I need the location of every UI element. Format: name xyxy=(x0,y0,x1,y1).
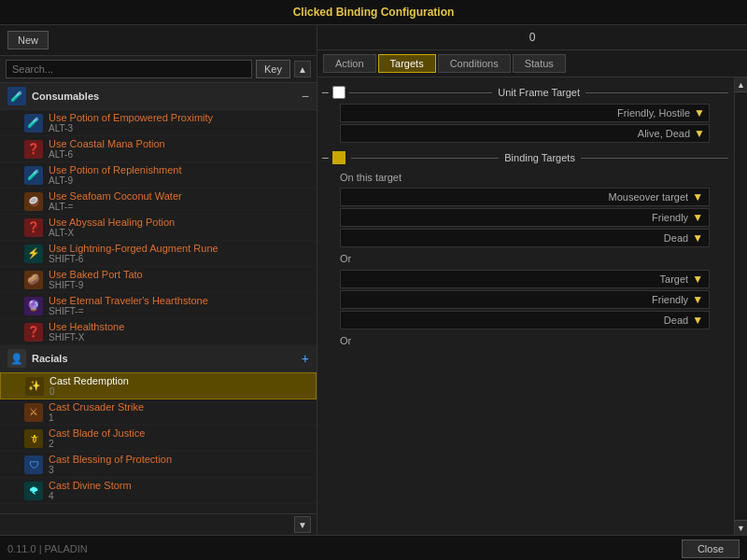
list-item[interactable]: 🥔 Use Baked Port Tato SHIFT-9 xyxy=(0,267,317,293)
list-item[interactable]: ❓ Use Abyssal Healing Potion ALT-X xyxy=(0,215,317,241)
friendly-dropdown-1[interactable]: Friendly ▼ xyxy=(340,208,710,227)
list-item-selected[interactable]: ✨ Cast Redemption 0 xyxy=(0,372,317,399)
key-button[interactable]: Key xyxy=(256,60,290,78)
item-name: Use Potion of Replenishment xyxy=(49,164,181,175)
alive-dead-dropdown[interactable]: Alive, Dead ▼ xyxy=(340,124,710,143)
item-name: Use Coastal Mana Potion xyxy=(49,138,165,149)
item-key: ALT-6 xyxy=(49,149,165,160)
racials-category[interactable]: 👤 Racials + xyxy=(0,345,317,372)
target-arrow: ▼ xyxy=(692,273,703,286)
binding-number: 0 xyxy=(317,25,747,50)
friendly-label-2: Friendly xyxy=(517,294,688,305)
title-bar: Clicked Binding Configuration xyxy=(0,0,747,25)
item-name: Use Seafoam Coconut Water xyxy=(49,190,182,202)
item-name: Cast Redemption xyxy=(49,375,129,386)
list-item[interactable]: ⚔ Cast Crusader Strike 1 xyxy=(0,399,317,426)
item-key: SHIFT-X xyxy=(49,332,124,343)
right-content: ▲ ▼ − Unit Frame Target xyxy=(317,77,747,535)
item-name: Cast Divine Storm xyxy=(49,480,132,491)
item-icon: 🥥 xyxy=(24,192,43,211)
item-icon: ✨ xyxy=(25,377,44,396)
list-item[interactable]: ⚡ Use Lightning-Forged Augment Rune SHIF… xyxy=(0,241,317,267)
dead-label-2: Dead xyxy=(517,315,688,326)
racials-plus[interactable]: + xyxy=(302,351,309,366)
item-icon: ❓ xyxy=(24,323,43,342)
list-item[interactable]: 🔮 Use Eternal Traveler's Hearthstone SHI… xyxy=(0,293,317,319)
binding-targets-minus[interactable]: − xyxy=(321,150,329,165)
search-input[interactable] xyxy=(6,60,252,78)
dead-dropdown-2[interactable]: Dead ▼ xyxy=(340,311,710,329)
list-item[interactable]: 🥥 Use Seafoam Coconut Water ALT-= xyxy=(0,189,317,215)
dead-dropdown-1[interactable]: Dead ▼ xyxy=(340,229,710,247)
friendly-hostile-arrow: ▼ xyxy=(694,106,705,119)
consumables-category[interactable]: 🧪 Consumables − xyxy=(0,83,317,110)
list-item[interactable]: ❓ Use Healthstone SHIFT-X xyxy=(0,319,317,345)
friendly-dropdown-2[interactable]: Friendly ▼ xyxy=(340,290,710,309)
item-icon: 🌪 xyxy=(24,482,43,500)
item-icon: 🗡 xyxy=(24,429,43,448)
unit-frame-checkbox[interactable] xyxy=(332,86,345,99)
tabs-row: Action Targets Conditions Status xyxy=(317,50,747,77)
item-icon: ❓ xyxy=(24,140,43,159)
target-label: Target xyxy=(517,273,688,285)
tab-conditions[interactable]: Conditions xyxy=(438,54,511,73)
item-name: Cast Crusader Strike xyxy=(49,401,144,413)
left-panel: New Key ▲ 🧪 Consumables − 🧪 Use Po xyxy=(0,25,317,535)
friendly-hostile-label: Friendly, Hostile xyxy=(345,107,690,119)
item-key: SHIFT-6 xyxy=(49,254,218,264)
close-button[interactable]: Close xyxy=(682,539,740,558)
item-name: Use Baked Port Tato xyxy=(49,269,143,280)
item-key: ALT-X xyxy=(49,228,175,238)
alive-dead-label: Alive, Dead xyxy=(345,128,690,139)
item-name: Use Abyssal Healing Potion xyxy=(49,217,175,228)
racials-label: Racials xyxy=(32,353,302,364)
alive-dead-arrow: ▼ xyxy=(694,127,705,140)
consumables-collapse[interactable]: − xyxy=(302,90,309,103)
racials-icon: 👤 xyxy=(7,349,26,368)
item-name: Use Potion of Empowered Proximity xyxy=(49,112,213,123)
list-item[interactable]: 🧪 Use Potion of Replenishment ALT-9 xyxy=(0,162,317,189)
right-panel: 0 Action Targets Conditions Status ▲ ▼ xyxy=(317,25,747,535)
item-key: 3 xyxy=(49,465,172,475)
item-key: SHIFT-9 xyxy=(49,280,143,290)
scroll-down-arrow[interactable]: ▼ xyxy=(294,516,311,533)
tab-status[interactable]: Status xyxy=(513,54,566,73)
item-name: Cast Blade of Justice xyxy=(49,427,145,439)
item-key: ALT-9 xyxy=(49,175,181,186)
tab-targets[interactable]: Targets xyxy=(378,54,436,73)
toolbar: New xyxy=(0,25,317,56)
list-item[interactable]: 🧪 Use Potion of Empowered Proximity ALT-… xyxy=(0,110,317,136)
mouseover-target-dropdown[interactable]: Mouseover target ▼ xyxy=(340,188,710,206)
item-icon: 🥔 xyxy=(24,271,43,289)
consumables-label: Consumables xyxy=(32,91,302,102)
friendly-label-1: Friendly xyxy=(517,212,688,223)
item-key: SHIFT-= xyxy=(49,306,208,316)
right-scroll-down[interactable]: ▼ xyxy=(735,520,747,535)
right-scroll-up[interactable]: ▲ xyxy=(735,77,747,92)
scroll-up-arrow[interactable]: ▲ xyxy=(294,61,311,77)
or-label-1: Or xyxy=(321,249,728,268)
list-item[interactable]: ❓ Use Coastal Mana Potion ALT-6 xyxy=(0,136,317,162)
or-label-2: Or xyxy=(321,331,728,350)
item-key: ALT-= xyxy=(49,202,182,212)
item-name: Use Healthstone xyxy=(49,321,124,332)
item-key: 2 xyxy=(49,439,145,449)
binding-targets-section-header: − Binding Targets xyxy=(321,150,728,165)
item-key: 0 xyxy=(49,386,129,397)
unit-frame-minus[interactable]: − xyxy=(321,85,329,100)
target-dropdown[interactable]: Target ▼ xyxy=(340,270,710,288)
list-item[interactable]: 🗡 Cast Blade of Justice 2 xyxy=(0,426,317,452)
dead-label-1: Dead xyxy=(517,232,688,244)
list-item[interactable]: 🛡 Cast Blessing of Protection 3 xyxy=(0,452,317,478)
list-item[interactable]: 🌪 Cast Divine Storm 4 xyxy=(0,478,317,504)
tab-action[interactable]: Action xyxy=(323,54,376,73)
window-title: Clicked Binding Configuration xyxy=(293,6,455,19)
item-key: 4 xyxy=(49,491,132,501)
friendly-hostile-dropdown[interactable]: Friendly, Hostile ▼ xyxy=(340,104,710,122)
item-icon: 🔮 xyxy=(24,297,43,315)
friendly-arrow-2: ▼ xyxy=(692,293,703,306)
new-button[interactable]: New xyxy=(7,31,49,49)
mouseover-target-label: Mouseover target xyxy=(517,191,688,203)
item-key: ALT-3 xyxy=(49,123,213,133)
item-icon: ⚔ xyxy=(24,403,43,422)
